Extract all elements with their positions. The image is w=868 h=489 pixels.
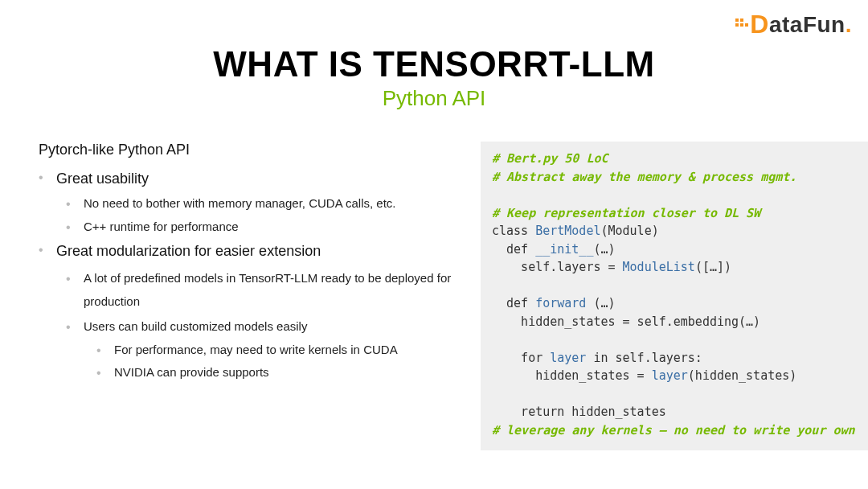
logo-dots-icon: [735, 18, 748, 27]
code-comment: # Keep representation closer to DL SW: [492, 206, 760, 220]
code-line: hidden_states = self.embedding(…): [492, 314, 760, 329]
content-area: Pytorch-like Python API Great usability …: [0, 142, 868, 450]
left-column: Pytorch-like Python API Great usability …: [39, 142, 473, 450]
code-comment: # Bert.py 50 LoC: [492, 151, 608, 166]
logo-period: .: [845, 12, 852, 38]
code-comment: # Abstract away the memory & process mgm…: [492, 170, 796, 184]
section-head: Pytorch-like Python API: [39, 142, 473, 158]
code-line: for layer in self.layers:: [492, 351, 702, 365]
code-line: class BertModel(Module): [492, 224, 659, 238]
slide-subtitle: Python API: [0, 86, 868, 111]
bullet-l1: Great usability: [39, 168, 473, 190]
code-line: self.layers = ModuleList([…]): [492, 260, 731, 274]
logo-d: D: [750, 10, 769, 39]
bullet-l1: Great modularization for easier extensio…: [39, 240, 473, 262]
code-block: # Bert.py 50 LoC # Abstract away the mem…: [481, 142, 868, 450]
slide-title: WHAT IS TENSORRT-LLM: [0, 44, 868, 84]
code-line: def __init__(…): [492, 242, 616, 257]
logo-text-fun: Fun: [803, 12, 845, 38]
code-line: return hidden_states: [492, 405, 666, 419]
bullet-l3: NVIDIA can provide supports: [96, 364, 473, 382]
bullet-l3: For performance, may need to write kerne…: [96, 341, 473, 360]
code-line: def forward (…): [492, 296, 616, 310]
bullet-l2: No need to bother with memory manager, C…: [66, 195, 473, 213]
bullet-l2: C++ runtime for performance: [66, 218, 473, 236]
datafun-logo: DataFun.: [735, 10, 852, 39]
code-line: hidden_states = layer(hidden_states): [492, 368, 796, 383]
bullet-list: Great usability No need to bother with m…: [39, 168, 473, 382]
bullet-l2: Users can build customized models easily: [66, 318, 473, 336]
logo-text-data: ata: [769, 12, 803, 38]
code-comment: # leverage any kernels – no need to writ…: [492, 423, 855, 438]
bullet-l2: A lot of predefined models in TensorRT-L…: [66, 267, 473, 313]
title-block: WHAT IS TENSORRT-LLM Python API: [0, 44, 868, 111]
